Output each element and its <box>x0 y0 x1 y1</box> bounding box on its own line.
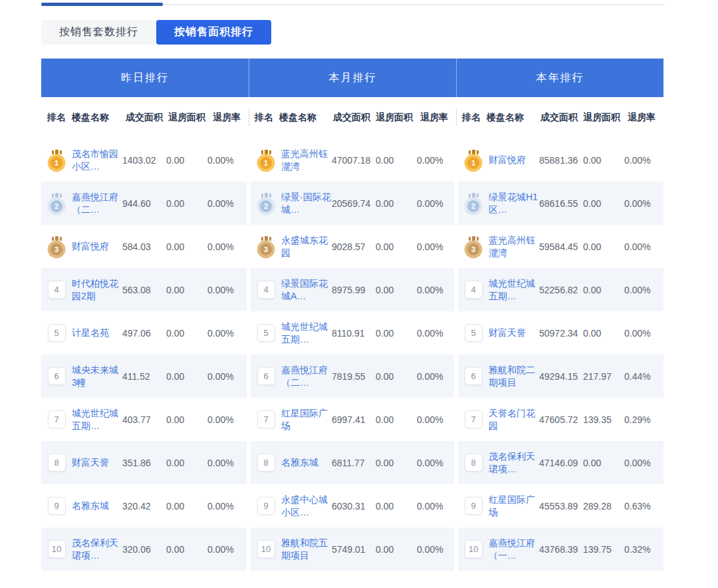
refund-rate-value: 0.00% <box>624 241 663 252</box>
property-name-link[interactable]: 红星国际广场 <box>489 494 539 519</box>
medal-icon: 3 <box>465 235 481 257</box>
rank-badge: 8 <box>465 454 483 472</box>
table-row: 7 红星国际广场 6997.41 0.00 0.00% <box>251 398 454 441</box>
deal-area-value: 43768.39 <box>539 544 583 555</box>
property-name-link[interactable]: 茂名市愉园小区… <box>72 148 122 173</box>
deal-area-value: 411.52 <box>122 371 166 382</box>
table-row: 9 名雅东城 320.42 0.00 0.00% <box>41 484 247 527</box>
property-name-link[interactable]: 永盛中心城小区… <box>281 494 332 519</box>
rank-cell: 5 <box>458 324 489 342</box>
property-name-link[interactable]: 计星名苑 <box>72 327 122 339</box>
rank-badge: 4 <box>465 281 483 299</box>
rank-badge: 7 <box>48 410 66 428</box>
refund-rate-value: 0.00% <box>417 458 455 468</box>
deal-area-value: 20569.74 <box>332 198 376 209</box>
refund-area-value: 0.00 <box>166 544 207 555</box>
refund-area-value: 0.00 <box>376 501 417 512</box>
property-name-link[interactable]: 财富悦府 <box>489 154 539 166</box>
col-header-refund-area: 退房面积 <box>581 112 622 124</box>
refund-rate-value: 0.00% <box>207 414 246 425</box>
property-name-link[interactable]: 蓝光高州钰瀧湾 <box>281 148 332 173</box>
medal-rank-number: 1 <box>51 157 62 169</box>
property-name-link[interactable]: 绿景花城H1区… <box>489 191 539 216</box>
property-name-link[interactable]: 蓝光高州钰瀧湾 <box>489 234 539 259</box>
property-name-link[interactable]: 城光世纪城五期… <box>72 407 122 432</box>
rank-badge: 5 <box>257 324 275 342</box>
col-header-deal-area: 成交面积 <box>330 112 374 124</box>
property-name-link[interactable]: 雅航和院二期项目 <box>489 364 539 389</box>
property-name-link[interactable]: 名雅东城 <box>281 456 332 469</box>
deal-area-value: 49294.15 <box>539 371 583 382</box>
property-name-link[interactable]: 雅航和院五期项目 <box>281 537 332 562</box>
rank-cell: 1 <box>458 149 489 171</box>
refund-rate-value: 0.00% <box>624 198 663 209</box>
medal-icon: 1 <box>258 149 274 171</box>
medal-flower-icon: 2 <box>49 198 64 214</box>
board-title: 昨日排行 <box>41 59 249 97</box>
table-row: 7 天誉名门花园 47605.72 139.35 0.29% <box>458 398 663 441</box>
rank-cell: 10 <box>251 540 281 558</box>
property-name-link[interactable]: 城央未来城3幢 <box>72 364 122 389</box>
property-name-link[interactable]: 财富天誉 <box>72 456 122 469</box>
table-row: 6 嘉燕悦江府（二… 7819.55 0.00 0.00% <box>251 355 454 398</box>
property-name-link[interactable]: 财富悦府 <box>72 240 122 253</box>
rank-badge: 8 <box>48 454 66 472</box>
property-name-link[interactable]: 茂名保利天珺项… <box>72 537 122 562</box>
rank-cell: 1 <box>251 149 281 171</box>
property-name-link[interactable]: 绿景国际花城A… <box>281 277 332 303</box>
rank-cell: 10 <box>458 540 489 558</box>
rank-cell: 1 <box>41 149 72 171</box>
property-name-link[interactable]: 城光世纪城五期… <box>281 321 332 346</box>
deal-area-value: 6997.41 <box>332 414 376 425</box>
rank-badge: 6 <box>48 367 66 385</box>
deal-area-value: 52256.82 <box>539 285 583 295</box>
col-header-rank: 排名 <box>456 112 487 124</box>
refund-area-value: 0.00 <box>583 241 624 252</box>
refund-rate-value: 0.32% <box>624 544 663 555</box>
tab-rank-by-area[interactable]: 按销售面积排行 <box>156 20 271 45</box>
property-name-link[interactable]: 茂名保利天珺项… <box>489 450 539 476</box>
board-title: 本年排行 <box>456 59 663 97</box>
ranking-board: 本年排行 排名 楼盘名称 成交面积 退房面积 退房率 1 财富悦府 85881.… <box>456 59 663 571</box>
medal-rank-number: 2 <box>260 200 272 212</box>
refund-rate-value: 0.00% <box>207 458 246 468</box>
deal-area-value: 45553.89 <box>539 501 583 512</box>
refund-rate-value: 0.00% <box>207 371 246 382</box>
column-header-row: 排名 楼盘名称 成交面积 退房面积 退房率 <box>456 97 663 138</box>
col-header-name: 楼盘名称 <box>72 112 122 124</box>
property-name-link[interactable]: 红星国际广场 <box>281 407 332 432</box>
property-name-link[interactable]: 嘉燕悦江府（一… <box>489 537 539 562</box>
property-name-link[interactable]: 嘉燕悦江府（二… <box>72 191 122 216</box>
property-name-link[interactable]: 天誉名门花园 <box>489 407 539 432</box>
deal-area-value: 6811.77 <box>332 458 376 468</box>
property-name-link[interactable]: 绿景·国际花城… <box>281 191 332 216</box>
refund-area-value: 139.35 <box>583 414 624 425</box>
tab-rank-by-units[interactable]: 按销售套数排行 <box>41 20 156 45</box>
refund-area-value: 139.75 <box>583 544 624 555</box>
refund-area-value: 0.00 <box>583 458 624 468</box>
refund-rate-value: 0.00% <box>417 285 455 295</box>
refund-area-value: 0.00 <box>166 198 207 209</box>
property-name-link[interactable]: 名雅东城 <box>72 500 122 512</box>
property-name-link[interactable]: 财富天誉 <box>489 327 539 339</box>
rank-cell: 7 <box>41 410 72 428</box>
property-name-link[interactable]: 永盛城东花园 <box>281 234 332 259</box>
refund-rate-value: 0.00% <box>417 198 455 209</box>
medal-icon: 1 <box>49 149 64 171</box>
ranking-board: 昨日排行 排名 楼盘名称 成交面积 退房面积 退房率 1 茂名市愉园小区… 14… <box>41 59 249 571</box>
rank-badge: 4 <box>257 281 275 299</box>
property-name-link[interactable]: 城光世纪城五期… <box>489 277 539 303</box>
table-row: 9 红星国际广场 45553.89 289.28 0.63% <box>458 484 663 527</box>
property-name-link[interactable]: 时代柏悦花园2期 <box>72 277 122 303</box>
table-row: 8 财富天誉 351.86 0.00 0.00% <box>41 441 247 484</box>
refund-rate-value: 0.00% <box>417 414 455 425</box>
rank-badge: 7 <box>465 410 483 428</box>
refund-rate-value: 0.00% <box>207 155 246 166</box>
table-row: 5 计星名苑 497.06 0.00 0.00% <box>41 311 247 355</box>
refund-rate-value: 0.00% <box>207 544 246 555</box>
rank-cell: 6 <box>41 367 72 385</box>
rank-badge: 10 <box>257 540 275 558</box>
rank-badge: 9 <box>465 497 483 515</box>
col-header-refund-rate: 退房率 <box>415 112 453 124</box>
property-name-link[interactable]: 嘉燕悦江府（二… <box>281 364 332 389</box>
